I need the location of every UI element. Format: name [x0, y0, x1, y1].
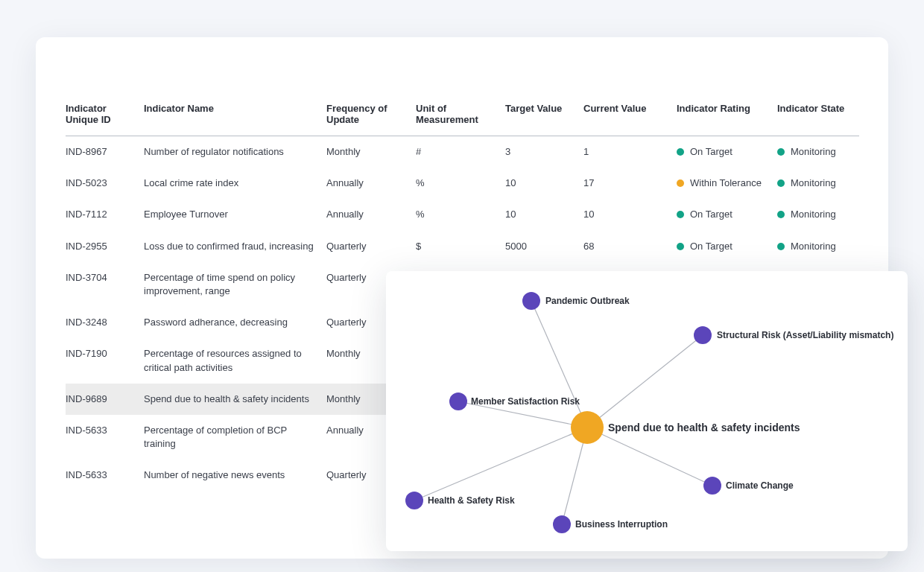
col-header-target[interactable]: Target Value	[505, 97, 583, 136]
node-health[interactable]	[405, 492, 423, 509]
table-row[interactable]: IND-5023Local crime rate indexAnnually%1…	[66, 168, 859, 199]
cell-id: IND-5633	[66, 415, 144, 460]
rating-label: On Target	[690, 240, 732, 253]
cell-freq: Quarterly	[326, 231, 416, 262]
cell-rating: On Target	[677, 231, 777, 262]
cell-current: 17	[583, 168, 677, 199]
cell-target: 3	[505, 136, 583, 168]
cell-freq: Monthly	[326, 136, 416, 168]
cell-target: 10	[505, 168, 583, 199]
cell-name: Employee Turnover	[144, 199, 326, 230]
edge-health	[414, 428, 587, 500]
cell-unit: $	[416, 231, 505, 262]
state-label: Monitoring	[791, 145, 836, 159]
cell-rating: On Target	[677, 136, 777, 168]
cell-freq: Annually	[326, 168, 416, 199]
cell-name: Percentage of completion of BCP training	[144, 415, 326, 460]
label-climate: Climate Change	[726, 480, 794, 491]
col-header-unit[interactable]: Unit of Measurement	[416, 97, 505, 136]
cell-id: IND-9689	[66, 384, 144, 415]
node-climate[interactable]	[703, 477, 721, 495]
rating-label: Within Tolerance	[690, 177, 762, 190]
status-dot-icon	[777, 179, 785, 187]
table-row[interactable]: IND-7112Employee TurnoverAnnually%1010On…	[66, 199, 859, 230]
cell-id: IND-5633	[66, 460, 144, 491]
cell-state: Monitoring	[777, 168, 859, 199]
edge-climate	[587, 428, 712, 486]
cell-rating: Within Tolerance	[677, 168, 777, 199]
col-header-name[interactable]: Indicator Name	[144, 97, 326, 136]
cell-id: IND-2955	[66, 231, 144, 262]
cell-unit: %	[416, 199, 505, 230]
state-label: Monitoring	[791, 240, 836, 253]
cell-name: Number of negative news events	[144, 460, 326, 491]
cell-target: 5000	[505, 231, 583, 262]
edge-pandemic	[531, 301, 587, 428]
rating-label: On Target	[690, 145, 732, 159]
state-label: Monitoring	[791, 177, 836, 190]
status-dot-icon	[777, 211, 785, 218]
cell-name: Password adherance, decreasing	[144, 307, 326, 338]
col-header-id[interactable]: Indicator Unique ID	[66, 97, 144, 136]
status-dot-icon	[677, 148, 684, 156]
cell-unit: %	[416, 168, 505, 199]
state-label: Monitoring	[791, 208, 836, 221]
status-dot-icon	[677, 179, 684, 187]
cell-target: 10	[505, 199, 583, 230]
cell-current: 68	[583, 231, 677, 262]
cell-unit: #	[416, 136, 505, 168]
cell-id: IND-7112	[66, 199, 144, 230]
cell-state: Monitoring	[777, 136, 859, 168]
label-pandemic: Pandemic Outbreak	[545, 296, 630, 306]
cell-name: Spend due to health & safety incidents	[144, 384, 326, 415]
label-center: Spend due to health & safety incidents	[608, 422, 800, 433]
cell-name: Local crime rate index	[144, 168, 326, 199]
table-row[interactable]: IND-8967Number of regulator notification…	[66, 136, 859, 168]
label-member: Member Satisfaction Risk	[471, 396, 580, 407]
node-member[interactable]	[449, 393, 467, 410]
label-health: Health & Safety Risk	[428, 495, 515, 506]
cell-id: IND-8967	[66, 136, 144, 168]
cell-freq: Annually	[326, 199, 416, 230]
cell-id: IND-5023	[66, 168, 144, 199]
cell-name: Percentage of resources assigned to crit…	[144, 338, 326, 383]
cell-id: IND-3248	[66, 307, 144, 338]
label-business: Business Interruption	[575, 519, 668, 530]
status-dot-icon	[677, 243, 684, 250]
col-header-current[interactable]: Current Value	[583, 97, 677, 136]
col-header-state[interactable]: Indicator State	[777, 97, 859, 136]
node-business[interactable]	[553, 515, 571, 533]
cell-current: 1	[583, 136, 677, 168]
table-header-row: Indicator Unique ID Indicator Name Frequ…	[66, 97, 859, 136]
node-structural[interactable]	[694, 326, 712, 344]
cell-state: Monitoring	[777, 231, 859, 262]
edge-structural	[587, 335, 703, 428]
cell-state: Monitoring	[777, 199, 859, 230]
cell-id: IND-3704	[66, 262, 144, 307]
risk-network-svg: Pandemic Outbreak Structural Risk (Asset…	[386, 271, 908, 551]
rating-label: On Target	[690, 208, 732, 221]
status-dot-icon	[777, 148, 785, 156]
cell-current: 10	[583, 199, 677, 230]
cell-rating: On Target	[677, 199, 777, 230]
cell-name: Percentage of time spend on policy impro…	[144, 262, 326, 307]
node-center[interactable]	[571, 411, 604, 444]
col-header-freq[interactable]: Frequency of Update	[326, 97, 416, 136]
col-header-rating[interactable]: Indicator Rating	[677, 97, 777, 136]
label-structural: Structural Risk (Asset/Liability mismatc…	[717, 330, 893, 340]
cell-name: Loss due to confirmed fraud, increasing	[144, 231, 326, 262]
cell-id: IND-7190	[66, 338, 144, 383]
cell-name: Number of regulator notifications	[144, 136, 326, 168]
status-dot-icon	[677, 211, 684, 218]
risk-network-panel: Pandemic Outbreak Structural Risk (Asset…	[386, 271, 908, 551]
table-row[interactable]: IND-2955Loss due to confirmed fraud, inc…	[66, 231, 859, 262]
status-dot-icon	[777, 243, 785, 250]
node-pandemic[interactable]	[522, 292, 540, 310]
